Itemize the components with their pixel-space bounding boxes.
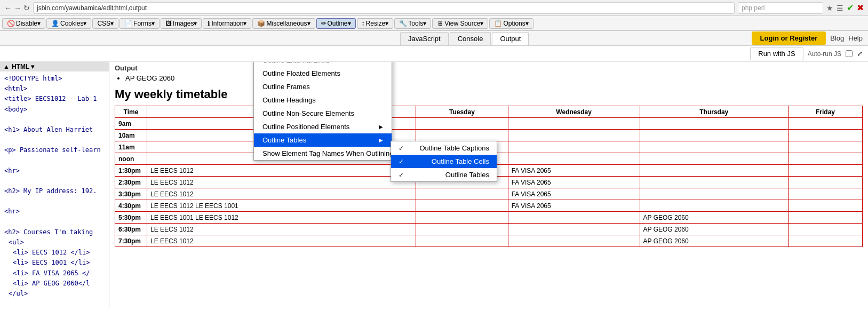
table-row: 9am bbox=[115, 118, 863, 130]
tab-output[interactable]: Output bbox=[492, 32, 529, 45]
outline-headings-item[interactable]: Outline Headings bbox=[254, 93, 392, 107]
back-icon[interactable]: ← bbox=[4, 4, 12, 12]
cell-wednesday-row8 bbox=[508, 212, 640, 224]
bookmark-icon[interactable]: ★ bbox=[826, 4, 833, 12]
outline-tables-submenu[interactable]: Outline Table Captions Outline Table Cel… bbox=[391, 141, 497, 182]
cell-friday-row7 bbox=[788, 200, 862, 212]
cell-monday-row4: LE EECS 1012 bbox=[147, 165, 416, 177]
miscellaneous-btn[interactable]: 📦 Miscellaneous▾ bbox=[252, 18, 315, 29]
cell-wednesday-row6: FA VISA 2065 bbox=[508, 188, 640, 200]
col-header-wednesday: Wednesday bbox=[508, 106, 640, 118]
search-bar[interactable]: php perl bbox=[738, 2, 823, 14]
collapse-arrow-icon[interactable]: ▲ bbox=[3, 63, 10, 70]
cell-tuesday-row0 bbox=[416, 118, 508, 130]
cell-friday-row0 bbox=[788, 118, 862, 130]
cell-friday-row9 bbox=[788, 224, 862, 235]
view-source-btn[interactable]: 🖥 View Source▾ bbox=[432, 18, 488, 29]
cell-wednesday-row7: FA VISA 2065 bbox=[508, 200, 640, 212]
green-check-icon: ✔ bbox=[847, 3, 854, 13]
bullet-list-section: AP GEOG 2060 bbox=[109, 74, 868, 84]
browser-top-bar: ← → ↻ jsbin.com/yawubamica/edit:html,out… bbox=[0, 0, 868, 16]
cell-thursday-row10: AP GEOG 2060 bbox=[640, 235, 788, 247]
run-with-js-button[interactable]: Run with JS bbox=[750, 47, 803, 60]
options-btn[interactable]: 📋 Options▾ bbox=[489, 18, 533, 29]
outline-btn[interactable]: ✏ Outline▾ bbox=[316, 18, 356, 29]
login-button[interactable]: Login or Register bbox=[752, 31, 826, 45]
code-line: <h2> Courses I'm taking bbox=[4, 227, 105, 237]
menu-icon[interactable]: ☰ bbox=[837, 4, 843, 12]
cell-thursday-row3 bbox=[640, 153, 788, 165]
autorun-checkbox[interactable] bbox=[846, 50, 853, 57]
outline-tables-item[interactable]: Outline Tables ▶ bbox=[254, 133, 392, 147]
outline-tables-only-item[interactable]: Outline Tables bbox=[391, 168, 497, 181]
outline-external-links-item[interactable]: Outline External Links bbox=[254, 62, 392, 67]
tools-btn[interactable]: 🔧 Tools▾ bbox=[394, 18, 431, 29]
cell-tuesday-row6 bbox=[416, 188, 508, 200]
col-header-tuesday: Tuesday bbox=[416, 106, 508, 118]
tab-console[interactable]: Console bbox=[450, 32, 491, 45]
blog-link[interactable]: Blog bbox=[830, 34, 844, 42]
tab-javascript[interactable]: JavaScript bbox=[400, 32, 449, 45]
code-line: <!DOCTYPE html> bbox=[4, 74, 105, 84]
outline-table-captions-item[interactable]: Outline Table Captions bbox=[391, 141, 497, 155]
information-btn[interactable]: ℹ Information▾ bbox=[203, 18, 251, 29]
run-toolbar: Run with JS Auto-run JS ⤢ bbox=[0, 46, 868, 62]
resize-btn[interactable]: ↕ Resize▾ bbox=[357, 18, 394, 29]
expand-icon[interactable]: ⤢ bbox=[857, 50, 863, 58]
code-line bbox=[4, 135, 105, 145]
table-row: 6:30pmLE EECS 1012AP GEOG 2060 bbox=[115, 224, 863, 235]
outline-non-secure-item[interactable]: Outline Non-Secure Elements bbox=[254, 107, 392, 120]
code-line bbox=[4, 299, 105, 307]
code-line: <p> Passionate self-learn bbox=[4, 145, 105, 155]
cell-time-row5: 2:30pm bbox=[115, 177, 147, 188]
cookies-btn[interactable]: 👤 Cookies▾ bbox=[46, 18, 91, 29]
code-line: </ul> bbox=[4, 289, 105, 299]
output-header: Output bbox=[109, 62, 868, 74]
cell-friday-row8 bbox=[788, 212, 862, 224]
address-bar[interactable]: jsbin.com/yawubamica/edit:html,output bbox=[33, 2, 735, 14]
cell-monday-row5: LE EECS 1012 bbox=[147, 177, 416, 188]
code-line: <hr> bbox=[4, 166, 105, 176]
cell-thursday-row9: AP GEOG 2060 bbox=[640, 224, 788, 235]
cell-wednesday-row2 bbox=[508, 141, 640, 153]
outline-positioned-item[interactable]: Outline Positioned Elements ▶ bbox=[254, 120, 392, 133]
css-btn[interactable]: CSS▾ bbox=[92, 18, 118, 29]
cell-time-row4: 1:30pm bbox=[115, 165, 147, 177]
show-tag-names-item[interactable]: Show Element Tag Names When Outlining bbox=[254, 147, 392, 160]
cell-tuesday-row7 bbox=[416, 200, 508, 212]
outline-floated-item[interactable]: Outline Floated Elements bbox=[254, 67, 392, 80]
cell-time-row6: 3:30pm bbox=[115, 188, 147, 200]
address-text: jsbin.com/yawubamica/edit:html,output bbox=[37, 4, 147, 12]
code-line: <li> FA VISA 2065 </ bbox=[4, 268, 105, 279]
outline-menu[interactable]: Outline Block Level Elements Outline Cus… bbox=[253, 62, 392, 161]
webdev-toolbar: 🚫 Disable▾ 👤 Cookies▾ CSS▾ 📄 Forms▾ 🖼 Im… bbox=[0, 16, 868, 31]
submenu-arrow-active-icon: ▶ bbox=[379, 137, 383, 143]
cell-tuesday-row1 bbox=[416, 130, 508, 141]
cell-friday-row2 bbox=[788, 141, 862, 153]
cell-time-row9: 6:30pm bbox=[115, 224, 147, 235]
refresh-icon[interactable]: ↻ bbox=[23, 4, 30, 12]
cell-thursday-row2 bbox=[640, 141, 788, 153]
cell-monday-row8: LE EECS 1001 LE EECS 1012 bbox=[147, 212, 416, 224]
left-panel: ▲ HTML ▾ <!DOCTYPE html> <html> <title> … bbox=[0, 62, 109, 307]
left-panel-content[interactable]: <!DOCTYPE html> <html> <title> EECS1012 … bbox=[0, 71, 109, 307]
col-header-friday: Friday bbox=[788, 106, 862, 118]
cell-wednesday-row5: FA VISA 2065 bbox=[508, 177, 640, 188]
right-panel: Output AP GEOG 2060 My weekly timetable … bbox=[109, 62, 868, 307]
cell-time-row0: 9am bbox=[115, 118, 147, 130]
tab-bar: JavaScript Console Output Login or Regis… bbox=[0, 31, 868, 46]
images-btn[interactable]: 🖼 Images▾ bbox=[161, 18, 202, 29]
col-header-thursday: Thursday bbox=[640, 106, 788, 118]
outline-frames-item[interactable]: Outline Frames bbox=[254, 80, 392, 93]
forward-icon[interactable]: → bbox=[14, 4, 21, 12]
forms-btn[interactable]: 📄 Forms▾ bbox=[120, 18, 160, 29]
cell-wednesday-row1 bbox=[508, 130, 640, 141]
outline-table-cells-item[interactable]: Outline Table Cells bbox=[391, 155, 497, 168]
code-line: <li> EECS 1012 </li> bbox=[4, 248, 105, 258]
cell-thursday-row5 bbox=[640, 177, 788, 188]
code-line: <h2> My IP address: 192. bbox=[4, 186, 105, 196]
main-layout: ▲ HTML ▾ <!DOCTYPE html> <html> <title> … bbox=[0, 62, 868, 307]
disable-btn[interactable]: 🚫 Disable▾ bbox=[2, 18, 45, 29]
cell-wednesday-row4: FA VISA 2065 bbox=[508, 165, 640, 177]
help-link[interactable]: Help bbox=[848, 34, 863, 42]
